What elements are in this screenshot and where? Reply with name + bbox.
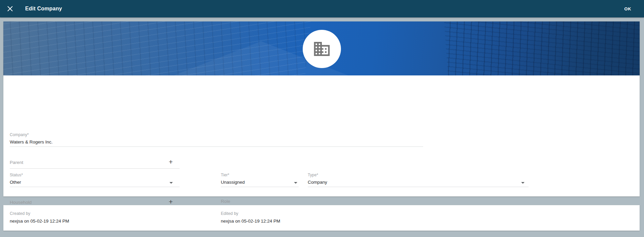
add-household-plus-icon[interactable]: +	[169, 198, 173, 205]
status-value[interactable]: Other	[10, 180, 21, 185]
created-by-label: Created by	[10, 211, 69, 216]
tier-dropdown-arrow-icon[interactable]	[294, 182, 297, 184]
type-dropdown-arrow-icon[interactable]	[521, 182, 525, 184]
company-label: Company*	[10, 132, 29, 137]
edit-company-card: Company* Waters & Rogers Inc. Parent + S…	[3, 21, 640, 196]
banner-buildings-right-decoration	[443, 21, 640, 75]
company-building-icon	[312, 40, 331, 58]
audit-footer-card: Created by nexjsa on 05-02-19 12:24 PM E…	[3, 205, 640, 231]
created-by-value: nexjsa on 05-02-19 12:24 PM	[10, 219, 69, 224]
dialog-title: Edit Company	[25, 6, 62, 12]
edited-by-block: Edited by nexjsa on 05-02-19 12:24 PM	[221, 211, 280, 224]
tier-label: Tier*	[221, 173, 229, 177]
type-select[interactable]: Type* Company	[308, 173, 529, 187]
close-x-glyph	[7, 6, 13, 11]
status-select[interactable]: Status* Other	[10, 173, 180, 187]
role-label: Role	[221, 199, 230, 204]
company-field[interactable]: Company* Waters & Rogers Inc.	[10, 132, 423, 147]
status-label: Status*	[10, 173, 23, 177]
edited-by-label: Edited by	[221, 211, 280, 216]
tier-select[interactable]: Tier* Unassigned	[221, 173, 299, 187]
company-input[interactable]: Waters & Rogers Inc.	[10, 139, 53, 144]
parent-label: Parent	[10, 160, 23, 165]
company-avatar[interactable]	[303, 30, 341, 68]
type-value[interactable]: Company	[308, 180, 327, 185]
edited-by-value: nexjsa on 05-02-19 12:24 PM	[221, 219, 280, 224]
created-by-block: Created by nexjsa on 05-02-19 12:24 PM	[10, 211, 69, 224]
close-icon[interactable]	[5, 3, 15, 14]
add-parent-plus-icon[interactable]: +	[169, 159, 173, 165]
dialog-header: Edit Company OK	[0, 0, 644, 17]
ok-button[interactable]: OK	[622, 0, 634, 17]
type-label: Type*	[308, 173, 318, 177]
company-form: Company* Waters & Rogers Inc. Parent + S…	[3, 75, 640, 196]
role-field: Role	[221, 199, 422, 206]
status-dropdown-arrow-icon[interactable]	[169, 182, 173, 184]
company-banner	[3, 21, 640, 75]
tier-value[interactable]: Unassigned	[221, 180, 245, 185]
household-label: Household	[10, 200, 32, 205]
parent-field[interactable]: Parent +	[10, 160, 180, 169]
